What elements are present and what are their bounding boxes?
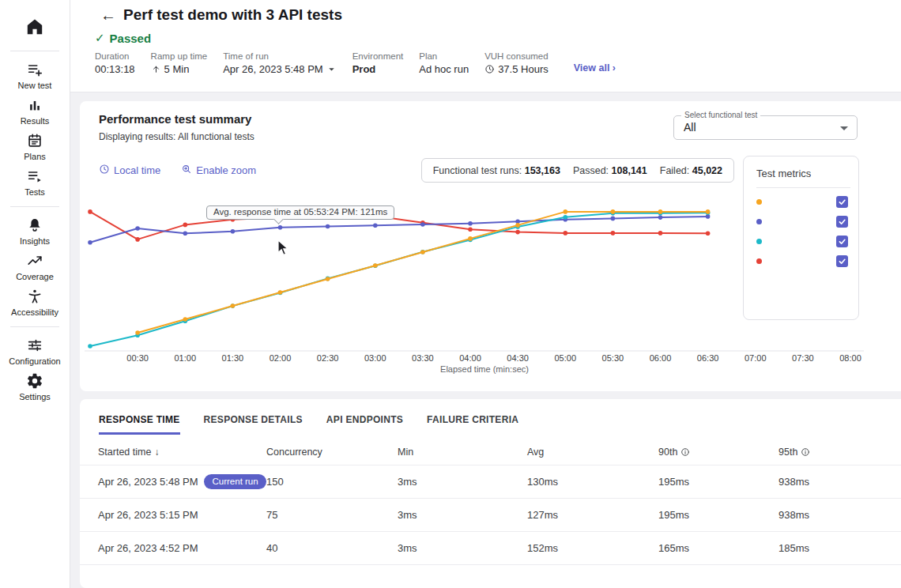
column-header-avg[interactable]: Avg — [527, 447, 658, 458]
status-badge: Passed — [110, 32, 152, 45]
x-tick-label: 02:30 — [317, 353, 339, 363]
data-point — [135, 330, 140, 335]
data-point — [88, 209, 92, 214]
meta-label: Time of run — [223, 51, 336, 61]
cell-concurrency: 150 — [266, 476, 398, 488]
column-header-concurrency[interactable]: Concurrency — [266, 447, 398, 458]
metric-checkbox[interactable] — [836, 196, 848, 208]
current-run-badge: Current run — [204, 474, 266, 489]
back-arrow-icon[interactable]: ← — [100, 7, 116, 23]
data-point — [373, 223, 378, 228]
clock-icon — [484, 64, 495, 74]
meta-value: Apr 26, 2023 5:48 PM — [223, 63, 322, 75]
sidebar-item-results[interactable]: Results — [0, 93, 70, 129]
series-color-dot — [756, 258, 762, 264]
data-point — [420, 222, 425, 227]
data-point — [706, 232, 711, 236]
view-all-link[interactable]: View all › — [574, 62, 616, 74]
tab-response-time[interactable]: RESPONSE TIME — [99, 414, 180, 435]
divider — [10, 326, 59, 327]
sidebar-item-label: Settings — [19, 392, 51, 401]
data-point — [135, 237, 140, 242]
cell-started: Apr 26, 2023 4:52 PM — [98, 542, 266, 554]
cell-value: 150 — [266, 476, 284, 488]
sidebar-item-label: Insights — [20, 236, 50, 246]
data-point — [468, 236, 473, 241]
select-label: Select functional test — [681, 111, 760, 119]
meta-label: Ramp up time — [151, 51, 208, 61]
column-header-95th[interactable]: 95th — [778, 447, 901, 458]
sidebar-item-tests[interactable]: Tests — [0, 164, 70, 200]
arrow-up-icon — [151, 64, 161, 74]
data-point — [231, 229, 236, 234]
metric-checkbox[interactable] — [836, 236, 848, 247]
caret-down-icon[interactable] — [326, 64, 337, 74]
table-row[interactable]: Apr 26, 2023 4:52 PM403ms152ms165ms185ms — [80, 532, 901, 565]
info-icon — [801, 447, 810, 457]
data-point — [515, 230, 520, 235]
column-header-started-time[interactable]: Started time↓ — [98, 447, 266, 458]
cell-started: Apr 26, 2023 5:48 PMCurrent run — [98, 474, 266, 489]
metric-checkbox[interactable] — [836, 216, 848, 228]
tab-response-details[interactable]: RESPONSE DETAILS — [204, 414, 303, 435]
sidebar: New testResultsPlansTestsInsightsCoverag… — [0, 0, 70, 588]
cell-min: 3ms — [398, 509, 527, 521]
table-tabs: RESPONSE TIMERESPONSE DETAILSAPI ENDPOIN… — [80, 399, 901, 435]
local-time-toggle[interactable]: Local time — [99, 164, 160, 177]
column-label: 90th — [658, 447, 677, 458]
column-header-90th[interactable]: 90th — [658, 447, 778, 458]
tab-failure-criteria[interactable]: FAILURE CRITERIA — [427, 414, 518, 435]
meta-duration: Duration 00:13:18 — [95, 51, 135, 75]
data-point — [88, 240, 92, 245]
title-row: ← Perf test demo with 3 API tests — [100, 6, 901, 24]
column-label: 95th — [778, 447, 797, 458]
x-tick-label: 03:00 — [364, 353, 386, 363]
data-point — [135, 226, 140, 231]
sidebar-item-new-test[interactable]: New test — [0, 58, 70, 93]
divider — [756, 187, 850, 188]
local-time-label: Local time — [114, 164, 160, 176]
sidebar-item-accessibility[interactable]: Accessibility — [0, 285, 70, 320]
enable-zoom-toggle[interactable]: Enable zoom — [181, 164, 256, 177]
table-row[interactable]: Apr 26, 2023 5:15 PM753ms127ms195ms938ms — [80, 499, 901, 532]
zoom-in-icon — [181, 164, 192, 177]
x-tick-label: 04:00 — [459, 353, 481, 363]
clock-icon — [99, 164, 110, 177]
cell-value: 75 — [266, 509, 277, 521]
cell-avg: 127ms — [527, 509, 658, 521]
coverage-icon — [26, 252, 43, 270]
meta-time-of-run: Time of run Apr 26, 2023 5:48 PM — [223, 51, 336, 75]
chart-tooltip: Avg. response time at 05:53:24 PM: 121ms — [206, 205, 394, 220]
meta-value: Ad hoc run — [419, 63, 469, 75]
functional-test-select[interactable]: Select functional test All — [673, 115, 858, 140]
table-row[interactable]: Apr 26, 2023 5:48 PMCurrent run1503ms130… — [80, 466, 901, 499]
cell-p90: 195ms — [658, 476, 778, 488]
stat-failed: Failed: 45,022 — [660, 165, 722, 176]
sidebar-item-home[interactable] — [0, 9, 70, 44]
tab-api-endpoints[interactable]: API ENDPOINTS — [326, 414, 403, 435]
sidebar-item-coverage[interactable]: Coverage — [0, 249, 70, 285]
cell-started: Apr 26, 2023 5:15 PM — [98, 509, 266, 521]
sidebar-item-settings[interactable]: Settings — [0, 369, 70, 405]
cell-value: 938ms — [778, 476, 809, 488]
info-icon — [680, 447, 690, 457]
sidebar-item-plans[interactable]: Plans — [0, 129, 70, 164]
data-point — [658, 209, 663, 214]
metric-avg-http-error-rate — [756, 255, 848, 267]
meta-label: Environment — [352, 51, 404, 61]
sidebar-item-insights[interactable]: Insights — [0, 213, 70, 249]
cell-value: 3ms — [398, 509, 417, 521]
meta-environment: Environment Prod — [352, 51, 404, 75]
enable-zoom-label: Enable zoom — [196, 164, 256, 176]
metrics-list — [756, 196, 848, 267]
meta-ramp-up-time: Ramp up time 5 Min — [151, 51, 208, 75]
column-label: Concurrency — [266, 447, 322, 458]
sidebar-item-configuration[interactable]: Configuration — [0, 334, 70, 369]
cell-p95: 938ms — [778, 476, 901, 488]
page-title: Perf test demo with 3 API tests — [123, 6, 342, 24]
data-point — [231, 303, 236, 308]
column-header-min[interactable]: Min — [398, 447, 527, 458]
cell-value: 185ms — [778, 542, 809, 554]
data-point — [611, 209, 616, 214]
metric-checkbox[interactable] — [836, 255, 848, 267]
